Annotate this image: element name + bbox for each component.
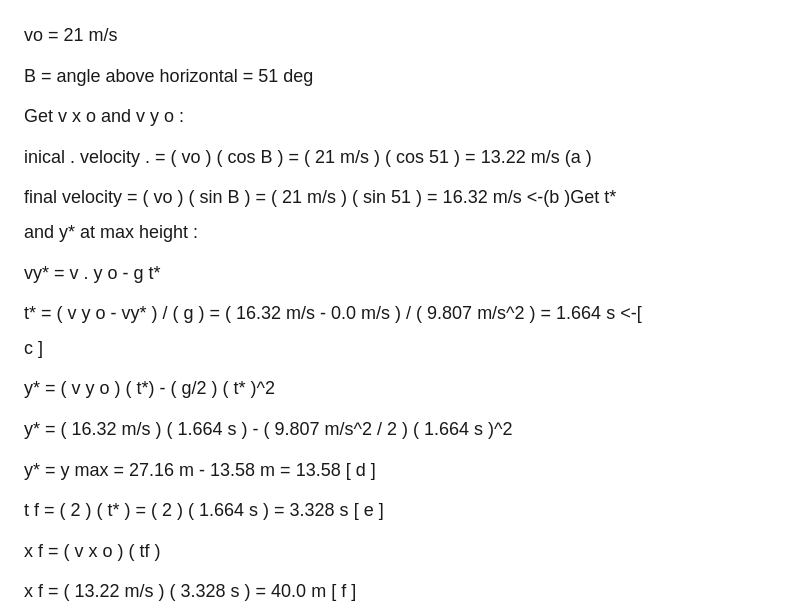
line-initial-velocity: inical . velocity . = ( vo ) ( cos B ) =… xyxy=(24,142,776,173)
line-xf-formula: x f = ( v x o ) ( tf ) xyxy=(24,536,776,567)
line-and-y: and y* at max height : xyxy=(24,217,776,248)
line-vo: vo = 21 m/s xyxy=(24,20,776,51)
line-vy-star: vy* = v . y o - g t* xyxy=(24,258,776,289)
line-final-velocity: final velocity = ( vo ) ( sin B ) = ( 21… xyxy=(24,182,776,213)
line-angle: B = angle above horizontal = 51 deg xyxy=(24,61,776,92)
line-tf: t f = ( 2 ) ( t* ) = ( 2 ) ( 1.664 s ) =… xyxy=(24,495,776,526)
line-get-vxo: Get v x o and v y o : xyxy=(24,101,776,132)
line-c: c ] xyxy=(24,333,776,364)
line-xf-result: x f = ( 13.22 m/s ) ( 3.328 s ) = 40.0 m… xyxy=(24,576,776,607)
physics-content: vo = 21 m/s B = angle above horizontal =… xyxy=(24,20,776,607)
line-y-star-calc: y* = ( 16.32 m/s ) ( 1.664 s ) - ( 9.807… xyxy=(24,414,776,445)
line-y-star-formula: y* = ( v y o ) ( t*) - ( g/2 ) ( t* )^2 xyxy=(24,373,776,404)
line-t-star-eq: t* = ( v y o - vy* ) / ( g ) = ( 16.32 m… xyxy=(24,298,776,329)
line-y-star-result: y* = y max = 27.16 m - 13.58 m = 13.58 [… xyxy=(24,455,776,486)
